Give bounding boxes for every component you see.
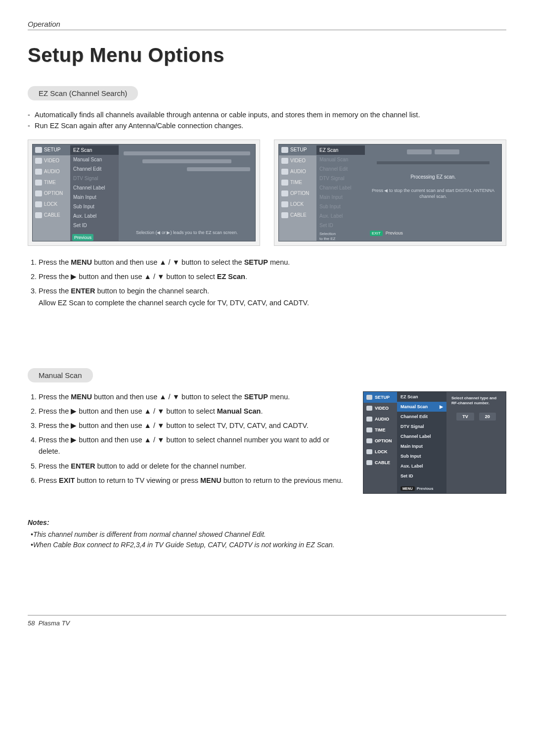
osd2-sidebar: SETUP VIDEO AUDIO TIME OPTION LOCK CABLE [279, 144, 316, 241]
osd2-left-note: to the EZ [319, 236, 362, 241]
osd-item: Main Input [70, 192, 119, 202]
chevron-right-icon: ▶ [440, 404, 443, 409]
page-footer: 58 Plasma TV [28, 615, 506, 627]
osd-item: Sub Input [316, 202, 365, 211]
dosd-tv-chip: TV [456, 413, 474, 421]
menu-key-badge: MENU [400, 486, 415, 491]
manual-pill: Manual Scan [28, 368, 93, 382]
osd-item: Manual Scan [316, 155, 365, 164]
cable-icon [281, 212, 288, 218]
notes-block: Notes: •This channel number is different… [28, 519, 506, 551]
dosd-list: EZ Scan Manual Scan▶ Channel Edit DTV Si… [397, 392, 446, 493]
dosd-item: Channel Label [397, 431, 446, 441]
osd-item: Aux. Label [70, 211, 119, 221]
osd-side-option: OPTION [279, 188, 316, 199]
osd-side-setup: SETUP [33, 144, 70, 155]
gear-icon [366, 438, 372, 443]
osd-bar [187, 167, 250, 171]
page-number: 58 [28, 619, 35, 627]
lock-icon [366, 449, 372, 454]
gear-icon [35, 190, 42, 196]
dosd-right: Select channel type and RF-channel numbe… [446, 392, 506, 493]
osd-side-video: VIDEO [279, 155, 316, 166]
dosd-item: Sub Input [397, 451, 446, 461]
step-3: Press the ENTER button to begin the chan… [39, 285, 506, 308]
osd-bar [124, 151, 250, 155]
osd2-processing: Processing EZ scan. [370, 174, 496, 180]
osd2-left-note: Selection [319, 232, 362, 236]
osd-item: DTV Signal [70, 174, 119, 183]
osd-side-cable: CABLE [33, 210, 70, 221]
notes-heading: Notes: [28, 519, 506, 526]
dosd-num-chip: 20 [479, 413, 496, 421]
osd-side-lock: LOCK [279, 199, 316, 210]
dosd-hint: Select channel type and RF-channel numbe… [451, 396, 501, 406]
osd1-list: EZ Scan Manual Scan Channel Edit DTV Sig… [70, 144, 119, 241]
tv-icon [281, 158, 288, 164]
osd-previous-badge: Previous [72, 234, 93, 241]
step-2: Press the ▶ button and then use ▲ / ▼ bu… [39, 406, 350, 417]
osd-item: Sub Input [70, 202, 119, 211]
tv-icon [366, 406, 372, 411]
step-3: Press the ▶ button and then use ▲ / ▼ bu… [39, 420, 350, 431]
osd-item-ezscan: EZ Scan [316, 145, 365, 155]
osd-item: Manual Scan [70, 155, 119, 164]
osd-bar [142, 159, 231, 163]
speaker-icon [366, 417, 372, 422]
osd1-right: Selection (◀ or ▶) leads you to the EZ s… [119, 144, 255, 241]
dosd-side-lock: LOCK [363, 446, 397, 457]
ezscan-steps: Press the MENU button and then use ▲ / ▼… [28, 257, 506, 309]
osd-side-lock: LOCK [33, 199, 70, 210]
osd1-hint: Selection (◀ or ▶) leads you to the EZ s… [124, 230, 250, 236]
step-2: Press the ▶ button and then use ▲ / ▼ bu… [39, 271, 506, 283]
lock-icon [35, 201, 42, 207]
osd-item: Aux. Label [316, 211, 365, 221]
dosd-item: Main Input [397, 441, 446, 451]
osd-side-setup: SETUP [279, 144, 316, 155]
dosd-item: Set ID [397, 471, 446, 481]
osd-item: DTV Signal [316, 174, 365, 183]
osd-chip [435, 149, 459, 154]
wrench-icon [281, 147, 288, 153]
header-rule: Operation [28, 20, 506, 30]
dosd-side-audio: AUDIO [363, 414, 397, 425]
cable-icon [366, 460, 372, 465]
osd-item: Set ID [70, 221, 119, 230]
dosd-item: Aux. Label [397, 461, 446, 471]
footer-label: Plasma TV [39, 619, 70, 627]
wrench-icon [366, 395, 372, 400]
note-line: •When Cable Box connect to RF2,3,4 in TV… [28, 540, 506, 551]
speaker-icon [35, 169, 42, 175]
osd-side-video: VIDEO [33, 155, 70, 166]
osd-side-option: OPTION [33, 188, 70, 199]
exit-key-badge: EXIT [370, 231, 383, 236]
dosd-footer: MENUPrevious [397, 484, 446, 493]
osd-item: Channel Label [316, 183, 365, 192]
gear-icon [281, 190, 288, 196]
speaker-icon [281, 169, 288, 175]
dosd-side-time: TIME [363, 425, 397, 435]
osd-side-audio: AUDIO [279, 166, 316, 177]
osd-item: Set ID [316, 221, 365, 230]
ezscan-section: EZ Scan (Channel Search) -Automatically … [28, 86, 506, 309]
osd-side-audio: AUDIO [33, 166, 70, 177]
osd-item: Channel Edit [70, 164, 119, 174]
manual-section: Manual Scan Press the MENU button and th… [28, 368, 506, 551]
clock-icon [35, 180, 42, 186]
osd1-sidebar: SETUP VIDEO AUDIO TIME OPTION LOCK CABLE [33, 144, 70, 241]
page-title: Setup Menu Options [28, 44, 506, 66]
note-line: •This channel number is different from n… [28, 529, 506, 540]
osd2-list: EZ Scan Manual Scan Channel Edit DTV Sig… [316, 144, 365, 241]
step-1: Press the MENU button and then use ▲ / ▼… [39, 391, 350, 403]
osd-chip [407, 149, 432, 154]
osd-item-ezscan: EZ Scan [70, 145, 119, 155]
lock-icon [281, 201, 288, 207]
dosd-sidebar: SETUP VIDEO AUDIO TIME OPTION LOCK CABLE [363, 392, 397, 493]
step-3-sub: Allow EZ Scan to complete the channel se… [39, 297, 506, 309]
dosd-side-cable: CABLE [363, 457, 397, 468]
dosd-item: EZ Scan [397, 392, 446, 402]
dosd-side-option: OPTION [363, 435, 397, 446]
bullet-text: Run EZ Scan again after any Antenna/Cabl… [35, 120, 243, 131]
wrench-icon [35, 147, 42, 153]
ezscan-figures: SETUP VIDEO AUDIO TIME OPTION LOCK CABLE… [28, 140, 506, 246]
